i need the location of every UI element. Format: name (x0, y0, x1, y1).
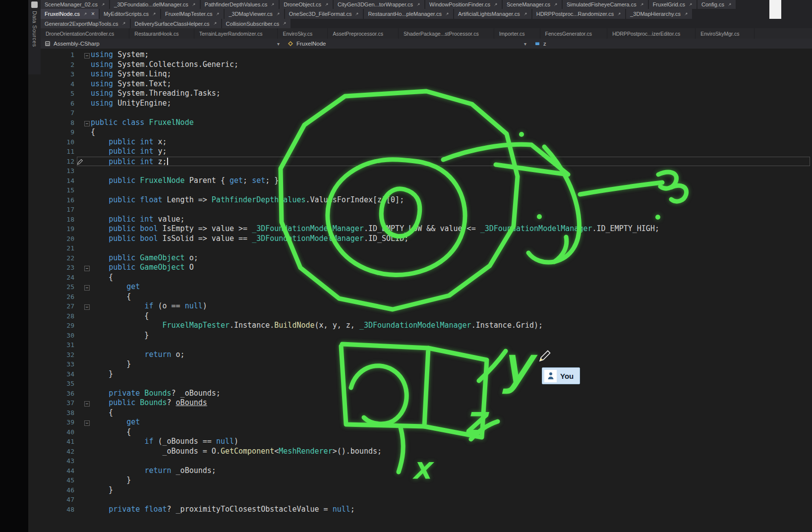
code-line-46[interactable]: 46 } (0, 485, 812, 495)
code-line-20[interactable]: 20 public bool IsSolid => value == _3DFo… (0, 234, 812, 244)
pin-icon[interactable] (270, 2, 275, 7)
code-line-1[interactable]: 1−using System; (0, 50, 812, 60)
tab-deliverysurfaceclasshelper-cs[interactable]: DeliverySurfaceClassHelper.cs (131, 19, 221, 28)
document-enviroskymgr-cs[interactable]: EnviroSkyMgr.cs (696, 28, 754, 39)
document-assetpreprocessor-cs[interactable]: AssetPreprocessor.cs (328, 28, 399, 39)
code-line-39[interactable]: 39− get (0, 417, 812, 427)
tab--3dfoundatio-delmanager-cs[interactable]: _3DFoundatio...delManager.cs (110, 0, 200, 9)
code-line-26[interactable]: 26 { (0, 292, 812, 302)
pin-icon[interactable] (191, 2, 196, 7)
pin-icon[interactable] (101, 2, 105, 7)
pin-icon[interactable] (416, 2, 420, 7)
fold-toggle[interactable]: − (84, 121, 90, 126)
code-line-13[interactable]: 13 (0, 166, 812, 176)
pin-icon[interactable] (354, 12, 359, 16)
code-line-16[interactable]: 16 public float Length => PathfinderDept… (0, 195, 812, 205)
code-line-9[interactable]: 9{ (0, 127, 812, 137)
pin-icon[interactable] (83, 12, 87, 16)
code-line-44[interactable]: 44 return _oBounds; (0, 466, 812, 476)
document-terrainlayerrandomizer-cs[interactable]: TerrainLayerRandomizer.cs (194, 28, 278, 39)
scrollbar-thumb[interactable] (769, 0, 781, 19)
code-line-3[interactable]: 3using System.Linq; (0, 69, 812, 79)
pin-icon[interactable] (282, 21, 287, 26)
pin-icon[interactable] (617, 12, 621, 16)
code-line-19[interactable]: 19 public bool IsEmpty => value >= _3DFo… (0, 224, 812, 234)
pin-icon[interactable] (121, 21, 126, 26)
pin-icon[interactable] (727, 2, 732, 7)
code-line-10[interactable]: 10 public int x; (0, 137, 812, 147)
fold-toggle[interactable]: − (84, 401, 90, 407)
code-line-30[interactable]: 30 } (0, 331, 812, 341)
code-editor[interactable]: 1−using System;2using System.Collections… (0, 49, 812, 532)
tab-restaurantho-plemanager-cs[interactable]: RestaurantHo...pleManager.cs (364, 9, 453, 19)
pin-icon[interactable] (493, 2, 498, 7)
code-line-12[interactable]: 12 public int z; (0, 157, 812, 167)
pin-icon[interactable] (688, 2, 693, 7)
tab-collisionsubscriber-cs[interactable]: CollisionSubscriber.cs (222, 19, 291, 28)
code-line-36[interactable]: 36 private Bounds? _oBounds; (0, 389, 812, 399)
tab-config-cs[interactable]: Config.cs (697, 0, 736, 9)
code-line-7[interactable]: 7 (0, 108, 812, 118)
code-line-32[interactable]: 32 return o; (0, 350, 812, 360)
code-line-43[interactable]: 43 (0, 456, 812, 466)
document-envirosky-cs[interactable]: EnviroSky.cs (278, 28, 328, 39)
code-line-37[interactable]: 37− public Bounds? oBounds (0, 398, 812, 408)
code-line-25[interactable]: 25− get (0, 282, 812, 292)
code-line-6[interactable]: 6using UnityEngine; (0, 99, 812, 109)
code-line-33[interactable]: 33 } (0, 359, 812, 369)
code-line-18[interactable]: 18 public int value; (0, 215, 812, 225)
code-line-47[interactable]: 47 (0, 495, 812, 505)
pin-icon[interactable] (684, 12, 688, 16)
type-dropdown[interactable]: FruxelNode ▾ (284, 39, 530, 49)
pin-icon[interactable] (639, 2, 644, 7)
tab-scenemanager-cs[interactable]: SceneManager.cs (503, 0, 562, 9)
tab-windowpositionfinder-cs[interactable]: WindowPositionFinder.cs (425, 0, 502, 9)
code-line-42[interactable]: 42 _oBounds = O.GetComponent<MeshRendere… (0, 447, 812, 457)
tab-droneobject-cs[interactable]: DroneObject.cs (280, 0, 333, 9)
tab-simulatedfisheyecamera-cs[interactable]: SimulatedFisheyeCamera.cs (563, 0, 648, 9)
tab-pathfinderdepthvalues-cs[interactable]: PathfinderDepthValues.cs (201, 0, 279, 9)
code-line-21[interactable]: 21 (0, 243, 812, 253)
close-icon[interactable]: × (91, 10, 95, 17)
code-line-8[interactable]: 8−public class FruxelNode (0, 118, 812, 128)
tab-onesec3d-fileformat-cs[interactable]: OneSec3D_FileFormat.cs (285, 9, 363, 19)
document-fencesgenerator-cs[interactable]: FencesGenerator.cs (540, 28, 608, 39)
code-line-45[interactable]: 45 } (0, 475, 812, 485)
document-droneorientationcontroller-cs[interactable]: DroneOrientationController.cs (41, 28, 129, 39)
document-hdrppostproc-izereditor-cs[interactable]: HDRPPostproc...izerEditor.cs (607, 28, 696, 39)
document-shaderpackage-stprocessor-cs[interactable]: ShaderPackage...stProcessor.cs (399, 28, 494, 39)
code-line-24[interactable]: 24 { (0, 273, 812, 283)
pin-icon[interactable] (276, 12, 280, 16)
project-dropdown[interactable]: Assembly-CSharp ▾ (41, 39, 284, 49)
tab-fruxelnode-cs[interactable]: FruxelNode.cs× (41, 9, 99, 19)
tab-fruxelmaptester-cs[interactable]: FruxelMapTester.cs (161, 9, 224, 19)
tab-fruxelgrid-cs[interactable]: FruxelGrid.cs (649, 0, 696, 9)
tab-myeditorscripts-cs[interactable]: MyEditorScripts.cs (100, 9, 160, 19)
pin-icon[interactable] (152, 12, 156, 16)
code-line-22[interactable]: 22 public GameObject o; (0, 253, 812, 263)
tab-scenemanager-02-cs[interactable]: SceneManager_02.cs (41, 0, 109, 9)
code-line-35[interactable]: 35 (0, 379, 812, 389)
code-line-17[interactable]: 17 (0, 205, 812, 215)
pin-icon[interactable] (324, 2, 329, 7)
code-line-11[interactable]: 11 public int y; (0, 147, 812, 157)
code-line-28[interactable]: 28 { (0, 311, 812, 321)
tab-hdrppostproc-randomizer-cs[interactable]: HDRPPostproc...Randomizer.cs (532, 9, 626, 19)
code-line-29[interactable]: 29 FruxelMapTester.Instance.BuildNode(x,… (0, 321, 812, 331)
code-line-40[interactable]: 40 { (0, 427, 812, 437)
fold-toggle[interactable]: − (84, 304, 90, 310)
tab--3dmaphierarchy-cs[interactable]: _3DMapHierarchy.cs (626, 9, 692, 19)
fold-toggle[interactable]: − (84, 285, 90, 291)
tab--3dmapviewer-cs[interactable]: _3DMapViewer.cs (225, 9, 284, 19)
tab-generator2exportmaptools-cs[interactable]: Generator2ExportMapTools.cs (41, 19, 130, 28)
document-restauranthook-cs[interactable]: RestaurantHook.cs (129, 28, 194, 39)
code-line-5[interactable]: 5using System.Threading.Tasks; (0, 89, 812, 99)
code-line-31[interactable]: 31 (0, 340, 812, 350)
tab-artificiallightsmanager-cs[interactable]: ArtificialLightsManager.cs (454, 9, 531, 19)
code-line-48[interactable]: 48 private float? _proximityToClosestObs… (0, 505, 812, 515)
fold-toggle[interactable]: − (84, 266, 90, 271)
pin-icon[interactable] (445, 12, 449, 16)
code-line-23[interactable]: 23− public GameObject O (0, 263, 812, 273)
code-line-34[interactable]: 34 } (0, 369, 812, 379)
code-line-41[interactable]: 41 if (_oBounds == null) (0, 437, 812, 447)
